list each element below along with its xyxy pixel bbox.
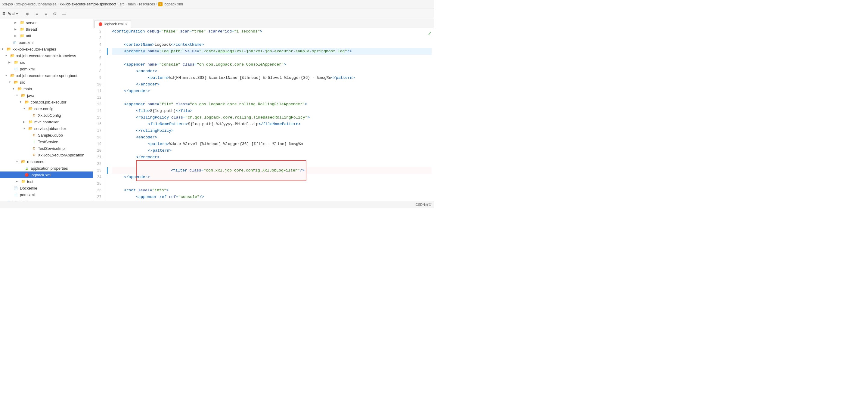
sidebar-item-pom4[interactable]: m pom.xml: [0, 198, 93, 201]
expand-icon: ▼: [23, 107, 28, 110]
folder-icon: 📂: [24, 100, 30, 104]
tab-label: logback.xml: [104, 22, 123, 26]
code-line: </encoder>: [112, 154, 432, 161]
gutter-mark-5: [107, 48, 108, 55]
folder-icon: 📂: [28, 106, 33, 111]
breadcrumb-item[interactable]: xxl-job: [2, 2, 13, 6]
minus-btn[interactable]: —: [60, 10, 67, 18]
sidebar-item-util[interactable]: ▶ 📁 util: [0, 32, 93, 39]
status-text: CSDN首页: [416, 202, 432, 207]
sidebar-item-label: pom.xml: [13, 199, 27, 201]
code-line: <encoder>: [112, 134, 432, 141]
code-line: </rollingPolicy>: [112, 128, 432, 134]
code-line: <property name="log.path" value="./data/…: [112, 48, 432, 55]
folder-icon: 📂: [17, 87, 22, 91]
breadcrumb-item[interactable]: main: [128, 2, 136, 6]
code-line: [112, 35, 432, 41]
sidebar-item-resources[interactable]: ▼ 📂 resources: [0, 158, 93, 165]
java-class-icon: C: [31, 146, 37, 151]
code-line: <rollingPolicy class="ch.qos.logback.cor…: [112, 114, 432, 121]
folder-icon: 📂: [21, 93, 26, 97]
sidebar-item-src2[interactable]: ▼ 📂 src: [0, 79, 93, 86]
expand-icon: ▶: [14, 21, 19, 24]
sidebar-item-src1[interactable]: ▶ 📁 src: [0, 59, 93, 66]
sidebar-item-xxljobconfig[interactable]: C XxlJobConfig: [0, 112, 93, 119]
breadcrumb-item[interactable]: resources: [139, 2, 155, 6]
tab-logback[interactable]: 🔴 logback.xml ×: [94, 20, 131, 28]
sidebar-item-springboot[interactable]: ▼ 📂 xxl-job-executor-sample-springboot: [0, 72, 93, 79]
breadcrumb-item[interactable]: src: [120, 2, 125, 6]
code-editor[interactable]: 2 3 4 5 6 7 8 9 10 11 12 13 14 15 16 17: [93, 28, 434, 201]
sidebar-item-label: com.xxl.job.executor: [31, 100, 66, 104]
settings-btn[interactable]: ⚙: [51, 10, 58, 18]
main-container: ▶ 📁 server ▶ 📁 thread ▶ 📁 util m pom.xml: [0, 19, 434, 201]
sidebar-item-pom3[interactable]: m pom.xml: [0, 191, 93, 198]
breadcrumb-sep: ›: [117, 2, 118, 6]
sidebar-item-logback[interactable]: 🔴 logback.xml: [0, 171, 93, 178]
sidebar-item-pom1[interactable]: m pom.xml: [0, 39, 93, 46]
sidebar-item-thread[interactable]: ▶ 📁 thread: [0, 26, 93, 32]
breadcrumb-sep: ›: [126, 2, 127, 6]
align2-btn[interactable]: ≡: [42, 10, 49, 18]
java-interface-icon: I: [31, 139, 37, 144]
status-bar: CSDN首页: [0, 201, 434, 208]
sidebar-item-label: server: [26, 21, 37, 25]
sidebar-item-service[interactable]: ▼ 📂 service.jobhandler: [0, 125, 93, 132]
expand-icon: ▼: [19, 100, 24, 103]
code-line: <fileNamePattern>${log.path}.%d{yyyy-MM-…: [112, 121, 432, 128]
pom-icon: m: [13, 67, 19, 71]
sidebar-item-testserviceimpl[interactable]: C TestServiceImpl: [0, 145, 93, 152]
expand-icon: ▼: [12, 87, 17, 90]
sidebar-item-frameless[interactable]: ▼ 📂 xxl-job-executor-sample-frameless: [0, 52, 93, 59]
expand-icon: ▶: [23, 120, 28, 123]
sidebar-item-appprops[interactable]: 🍃 application.properties: [0, 165, 93, 171]
sidebar-item-xxljobapp[interactable]: C XxlJobExecutorApplication: [0, 152, 93, 158]
sidebar-item-executor-pkg[interactable]: ▼ 📂 com.xxl.job.executor: [0, 99, 93, 105]
expand-icon: ▼: [8, 80, 13, 84]
dropdown-icon[interactable]: ▾: [16, 12, 18, 15]
sidebar-item-testservice[interactable]: I TestService: [0, 138, 93, 145]
sidebar-item-label: mvc.controller: [34, 120, 59, 124]
sidebar-item-core-config[interactable]: ▼ 📂 core.config: [0, 105, 93, 112]
breadcrumb-sep: ›: [58, 2, 58, 6]
project-sidebar: ▶ 📁 server ▶ 📁 thread ▶ 📁 util m pom.xml: [0, 19, 93, 201]
sidebar-item-main[interactable]: ▼ 📂 main: [0, 86, 93, 92]
sidebar-item-label: service.jobhandler: [34, 126, 66, 131]
sidebar-item-java[interactable]: ▼ 📂 java: [0, 92, 93, 99]
sidebar-item-server[interactable]: ▶ 📁 server: [0, 19, 93, 26]
line-numbers: 2 3 4 5 6 7 8 9 10 11 12 13 14 15 16 17: [93, 28, 106, 201]
folder-icon: 📂: [10, 54, 15, 58]
sidebar-item-label: src: [20, 60, 25, 65]
add-btn[interactable]: ⊕: [24, 10, 31, 18]
code-content[interactable]: <configuration debug="false" scan="true"…: [110, 28, 434, 201]
sidebar-item-dockerfile[interactable]: 📄 Dockerfile: [0, 185, 93, 191]
sidebar-item-pom2[interactable]: m pom.xml: [0, 66, 93, 72]
expand-icon: ▼: [1, 47, 6, 51]
tab-close-btn[interactable]: ×: [125, 22, 127, 26]
sidebar-item-samplexxljob[interactable]: C SampleXxlJob: [0, 132, 93, 138]
breadcrumb-item[interactable]: xxl-job-executor-samples: [16, 2, 56, 6]
align-btn[interactable]: ≡: [33, 10, 40, 18]
folder-icon: 📁: [21, 179, 26, 184]
sidebar-item-mvc[interactable]: ▶ 📁 mvc.controller: [0, 119, 93, 125]
breadcrumb-sep: ›: [156, 2, 157, 6]
java-class-icon: C: [31, 133, 37, 137]
sidebar-item-executor-samples[interactable]: ▼ 📂 xxl-job-executor-samples: [0, 46, 93, 52]
sidebar-item-label: core.config: [34, 106, 54, 111]
sidebar-item-label: SampleXxlJob: [38, 133, 63, 137]
code-line: <appender-ref ref="file"/>: [112, 200, 432, 201]
folder-icon: 📂: [28, 126, 33, 131]
code-line: </pattern>: [112, 148, 432, 154]
code-line: <root level="info">: [112, 187, 432, 194]
gutter: [106, 28, 110, 201]
hamburger-icon[interactable]: ☰: [2, 12, 5, 15]
sidebar-item-label: TestServiceImpl: [38, 146, 66, 151]
folder-icon: 📁: [19, 27, 25, 31]
breadcrumb: xxl-job › xxl-job-executor-samples › xxl…: [0, 0, 434, 8]
folder-icon: 📁: [19, 34, 25, 38]
sidebar-item-test[interactable]: ▶ 📁 test: [0, 178, 93, 185]
breadcrumb-item-active[interactable]: xxl-job-executor-sample-springboot: [60, 2, 116, 6]
expand-icon: ▼: [23, 127, 28, 130]
pom-icon: m: [6, 199, 11, 201]
expand-icon: ▼: [16, 94, 21, 97]
